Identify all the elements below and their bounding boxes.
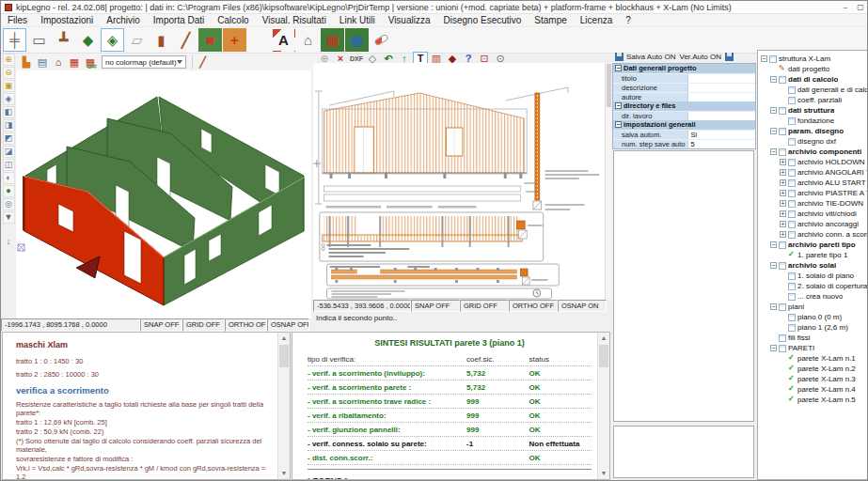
expand-icon[interactable]: − bbox=[770, 241, 777, 248]
tree-node[interactable]: dati progetto bbox=[758, 64, 867, 74]
view-rotate-icon[interactable]: ◫ bbox=[3, 159, 15, 171]
view-side-icon[interactable]: ◩ bbox=[3, 132, 15, 145]
stud-icon[interactable]: ▮ bbox=[150, 28, 173, 52]
tree-node[interactable]: +archivio TIE-DOWN bbox=[758, 198, 867, 209]
tree-node[interactable]: piano 1 (2,6 m) bbox=[758, 322, 867, 333]
results-scrollbar[interactable]: ▲ ▼ bbox=[597, 333, 609, 479]
expand-icon[interactable]: + bbox=[780, 190, 786, 196]
expand-icon[interactable]: − bbox=[770, 128, 777, 134]
pan-icon[interactable]: ◎ bbox=[3, 198, 15, 210]
menu-item[interactable]: Files bbox=[1, 14, 34, 27]
scroll-up-icon[interactable]: ▲ bbox=[278, 333, 290, 344]
expand-icon[interactable]: − bbox=[770, 262, 777, 269]
menu-item[interactable]: Archivio bbox=[100, 14, 147, 27]
tree-node[interactable]: +archivio HOLDOWN bbox=[758, 157, 867, 167]
tree-node[interactable]: parete X-Lam n.5 bbox=[758, 395, 867, 405]
wall-plan-off-icon[interactable]: ▦OFF bbox=[83, 54, 98, 70]
expand-icon[interactable]: + bbox=[780, 159, 786, 165]
property-value[interactable]: Si bbox=[687, 130, 755, 139]
expand-icon[interactable]: + bbox=[780, 179, 786, 186]
menu-item[interactable]: Visual. Risultati bbox=[256, 14, 333, 27]
tree-node[interactable]: −archivio componenti bbox=[758, 147, 867, 157]
tree-node[interactable]: parete X-Lam n.1 bbox=[758, 353, 867, 364]
tree-node[interactable]: 2. solaio di copertura bbox=[758, 281, 867, 291]
fill-tool-icon[interactable]: ▤ bbox=[35, 54, 50, 70]
tree-node[interactable]: ... crea nuovo bbox=[758, 291, 867, 302]
tree-node[interactable]: −dati di calcolo bbox=[758, 74, 867, 85]
panel-gray-icon[interactable]: ▱ bbox=[125, 28, 149, 52]
tree-node[interactable]: +archivio ANGOLARI TAGLIO bbox=[758, 167, 867, 178]
property-value[interactable] bbox=[687, 83, 755, 92]
snap-toggle[interactable]: GRID OFF bbox=[460, 300, 509, 312]
expand-icon[interactable]: − bbox=[770, 107, 777, 114]
expand-icon[interactable]: + bbox=[780, 221, 786, 227]
property-value[interactable] bbox=[687, 92, 755, 101]
snap-toggle[interactable]: GRID OFF bbox=[182, 318, 225, 332]
property-value[interactable] bbox=[687, 73, 755, 83]
expand-icon[interactable]: − bbox=[761, 55, 767, 62]
collapse-icon[interactable]: − bbox=[615, 121, 622, 128]
expand-icon[interactable]: + bbox=[780, 169, 786, 176]
snap-toggle[interactable]: ORTHO OFF bbox=[225, 318, 267, 332]
wall-cross-icon[interactable]: + bbox=[223, 28, 246, 52]
redraw-icon[interactable]: ▼ bbox=[3, 211, 15, 224]
view-front-icon[interactable]: ◨ bbox=[3, 119, 15, 132]
minimize-button[interactable]: – bbox=[839, 2, 852, 12]
snap-toggle[interactable]: ORTHO OFF bbox=[509, 300, 558, 312]
snap-toggle[interactable]: OSNAP ON bbox=[558, 300, 607, 312]
scroll-down-icon[interactable]: ▼ bbox=[598, 468, 609, 479]
expand-icon[interactable]: + bbox=[780, 210, 786, 217]
tree-node[interactable]: −archivio pareti tipo bbox=[758, 240, 867, 250]
property-row[interactable]: dir. lavoro bbox=[613, 111, 755, 120]
collapse-icon[interactable]: − bbox=[615, 102, 622, 109]
orbit-icon[interactable]: ● bbox=[3, 185, 15, 197]
expand-icon[interactable]: − bbox=[770, 76, 777, 83]
property-value[interactable]: 5 bbox=[687, 139, 755, 148]
expand-icon[interactable]: + bbox=[780, 231, 786, 238]
excavator-icon[interactable]: ▙ bbox=[19, 54, 34, 70]
tree-node[interactable]: −archivio solai bbox=[758, 260, 867, 271]
property-value[interactable] bbox=[687, 111, 755, 120]
menu-item[interactable]: Importa Dati bbox=[147, 14, 211, 27]
tree-node[interactable]: +archivio conn. a scorrimento bbox=[758, 229, 867, 240]
building-3d-icon[interactable]: ◆ bbox=[76, 28, 100, 52]
scroll-down-icon[interactable]: ▼ bbox=[278, 468, 290, 479]
expand-icon[interactable]: − bbox=[770, 345, 777, 351]
opening-icon[interactable]: ■ bbox=[198, 28, 222, 52]
wall-plan-icon[interactable]: ┻ bbox=[52, 28, 75, 52]
tree-node[interactable]: 1. solaio di piano bbox=[758, 271, 867, 281]
roof-red-icon[interactable]: ⌂ bbox=[51, 54, 66, 70]
tree-node[interactable]: −piani bbox=[758, 302, 867, 312]
collapse-icon[interactable]: − bbox=[615, 65, 622, 71]
property-row[interactable]: num. step save auto5 bbox=[613, 139, 755, 148]
property-row[interactable]: −impostazioni generali bbox=[613, 120, 755, 130]
menu-item[interactable]: Stampe bbox=[528, 14, 573, 27]
property-row[interactable]: −Dati generali progetto bbox=[613, 64, 755, 73]
property-row[interactable]: salva autom.Si bbox=[613, 130, 755, 139]
roof-house-icon[interactable]: ⌂ bbox=[296, 28, 320, 52]
copertura-3d-icon[interactable]: ▦ bbox=[345, 28, 369, 52]
draw-arrow-icon[interactable]: ↓ bbox=[3, 236, 15, 248]
menu-item[interactable]: Licenza bbox=[574, 14, 619, 27]
tree-node[interactable]: +archivio PIASTRE A TAGLIO bbox=[758, 188, 867, 198]
property-row[interactable]: titolo bbox=[613, 73, 755, 83]
menu-item[interactable]: Disegno Esecutivo bbox=[437, 14, 529, 27]
expand-icon[interactable]: + bbox=[780, 200, 786, 207]
menu-item[interactable]: Calcolo bbox=[211, 14, 255, 27]
wall-plan-red-icon[interactable]: ▦ bbox=[67, 54, 82, 70]
menu-item[interactable]: Impostazioni bbox=[34, 14, 100, 27]
eraser-icon[interactable] bbox=[247, 28, 271, 52]
beam-icon[interactable]: ╱ bbox=[174, 28, 197, 52]
plan-rectangle-icon[interactable]: ▭ bbox=[27, 28, 51, 52]
tree-node[interactable]: piano 0 (0 m) bbox=[758, 312, 867, 322]
building-3d-walls-icon[interactable]: ◈ bbox=[101, 28, 124, 52]
tree-node[interactable]: +archivio viti/chiodi bbox=[758, 209, 867, 219]
ver-auto-button[interactable]: Ver.Auto ON bbox=[679, 53, 720, 61]
menu-item[interactable]: ? bbox=[619, 14, 638, 27]
snap-toggle[interactable]: OSNAP OFF bbox=[267, 318, 309, 332]
scroll-up-icon[interactable]: ▲ bbox=[598, 333, 609, 344]
zoom-extents-icon[interactable]: ◈ bbox=[3, 93, 15, 105]
levels-dimension-icon[interactable]: ╪ bbox=[3, 28, 26, 52]
menu-item[interactable]: Link Utili bbox=[333, 14, 382, 27]
salva-auto-button[interactable]: Salva Auto ON bbox=[615, 53, 675, 61]
